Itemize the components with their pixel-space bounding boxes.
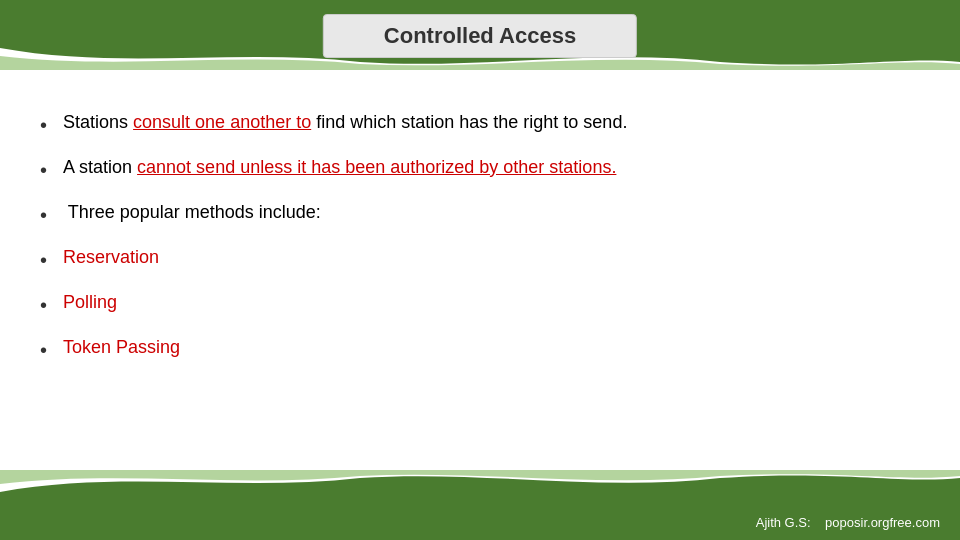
list-item: • Token Passing [40,335,920,364]
bullet-dot: • [40,246,47,274]
list-item: • Reservation [40,245,920,274]
bullet-text: A station cannot send unless it has been… [63,155,616,180]
bullet-dot: • [40,201,47,229]
text-segment: consult one another to [133,112,311,132]
title-bar: Controlled Access [323,14,637,58]
main-content: • Stations consult one another to find w… [0,80,960,460]
text-segment: find which station has the right to send… [311,112,627,132]
website-url: poposir.orgfree.com [825,515,940,530]
bullet-list: • Stations consult one another to find w… [40,110,920,364]
text-segment: Three popular methods include: [63,202,321,222]
list-item: • A station cannot send unless it has be… [40,155,920,184]
author-name: Ajith G.S: [756,515,811,530]
page-title: Controlled Access [384,23,576,48]
bullet-text: Three popular methods include: [63,200,321,225]
list-item: • Stations consult one another to find w… [40,110,920,139]
bullet-text: Polling [63,290,117,315]
list-item: • Three popular methods include: [40,200,920,229]
bullet-dot: • [40,336,47,364]
bullet-dot: • [40,156,47,184]
text-segment: A station [63,157,137,177]
list-item: • Polling [40,290,920,319]
text-segment: cannot send unless it has been authorize… [137,157,616,177]
bullet-text: Reservation [63,245,159,270]
text-segment: Stations [63,112,133,132]
bullet-dot: • [40,291,47,319]
bullet-text: Stations consult one another to find whi… [63,110,627,135]
bullet-dot: • [40,111,47,139]
bullet-text: Token Passing [63,335,180,360]
footer-credit: Ajith G.S: poposir.orgfree.com [756,515,940,530]
wave-bottom [0,470,960,492]
